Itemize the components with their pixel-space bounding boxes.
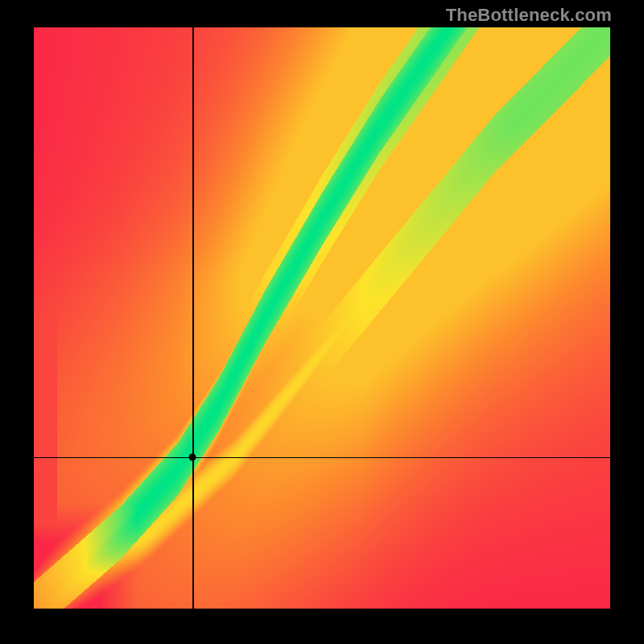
chart-frame: TheBottleneck.com <box>0 0 644 644</box>
watermark-text: TheBottleneck.com <box>446 5 612 26</box>
heatmap-plot <box>34 27 610 609</box>
heatmap-canvas <box>34 27 610 609</box>
